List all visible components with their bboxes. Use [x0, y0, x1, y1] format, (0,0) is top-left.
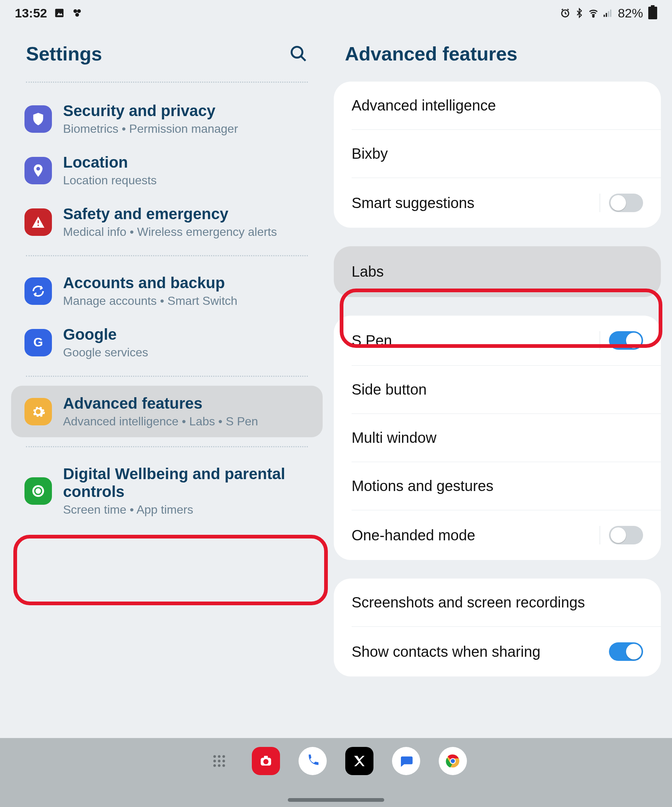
svg-point-15 — [37, 489, 40, 493]
navigation-bar — [0, 738, 672, 807]
row-title: Safety and emergency — [63, 205, 277, 223]
row-show-contacts[interactable]: Show contacts when sharing — [352, 626, 661, 676]
row-subtitle: Medical info • Wireless emergency alerts — [63, 225, 277, 239]
toggle-spen[interactable] — [609, 331, 643, 350]
row-subtitle: Screen time • App timers — [63, 503, 309, 516]
card-sharing: Screenshots and screen recordings Show c… — [334, 579, 661, 676]
wifi-icon — [588, 8, 599, 18]
status-time: 13:52 — [15, 6, 47, 20]
svg-rect-8 — [606, 13, 607, 17]
svg-point-23 — [218, 764, 221, 767]
bluetooth-icon — [574, 8, 584, 18]
alert-icon — [25, 208, 52, 236]
svg-point-21 — [222, 760, 225, 762]
wellbeing-icon — [25, 477, 52, 505]
detail-title: Advanced features — [345, 43, 517, 65]
row-side-button[interactable]: Side button — [352, 365, 661, 413]
google-icon: G — [25, 329, 52, 356]
battery-icon — [648, 7, 657, 19]
svg-point-19 — [213, 760, 216, 762]
sidebar-item-advanced-features[interactable]: Advanced features Advanced intelligence … — [11, 386, 323, 437]
settings-list-pane: Settings Security and privacy Biometrics… — [0, 26, 334, 738]
svg-point-26 — [263, 759, 269, 764]
messages-app-icon[interactable] — [392, 747, 420, 775]
phone-app-icon[interactable] — [299, 747, 327, 775]
row-one-handed[interactable]: One-handed mode — [352, 510, 661, 560]
sidebar-item-google[interactable]: G Google Google services — [11, 317, 323, 368]
camera-app-icon[interactable] — [252, 747, 280, 775]
x-app-icon[interactable] — [345, 747, 373, 775]
svg-point-24 — [222, 764, 225, 767]
row-subtitle: Biometrics • Permission manager — [63, 122, 238, 136]
row-spen[interactable]: S Pen — [334, 315, 661, 365]
row-bixby[interactable]: Bixby — [352, 130, 661, 178]
svg-rect-0 — [55, 9, 64, 17]
svg-text:G: G — [33, 335, 43, 349]
svg-rect-7 — [603, 15, 605, 17]
search-icon[interactable] — [289, 45, 308, 63]
row-title: Google — [63, 325, 148, 344]
card-labs[interactable]: Labs — [334, 246, 661, 297]
row-subtitle: Advanced intelligence • Labs • S Pen — [63, 415, 258, 428]
status-bar: 13:52 82% — [0, 0, 672, 26]
toggle-one-handed[interactable] — [609, 526, 643, 545]
alarm-icon — [560, 8, 571, 18]
row-title: Digital Wellbeing and parental controls — [63, 465, 309, 501]
svg-rect-27 — [264, 756, 268, 759]
pin-icon — [25, 157, 52, 184]
battery-percent: 82% — [618, 6, 643, 20]
svg-point-4 — [75, 13, 79, 17]
sidebar-item-accounts-backup[interactable]: Accounts and backup Manage accounts • Sm… — [11, 265, 323, 317]
svg-rect-10 — [610, 10, 612, 17]
dots-icon — [71, 7, 83, 18]
card-intelligence: Advanced intelligence Bixby Smart sugges… — [334, 81, 661, 228]
row-subtitle: Manage accounts • Smart Switch — [63, 294, 237, 308]
svg-point-18 — [222, 755, 225, 758]
shield-icon — [25, 105, 52, 133]
svg-point-6 — [592, 16, 594, 17]
chrome-app-icon[interactable] — [439, 747, 467, 775]
svg-point-2 — [73, 9, 77, 13]
sidebar-item-digital-wellbeing[interactable]: Digital Wellbeing and parental controls … — [11, 456, 323, 526]
sidebar-item-security-privacy[interactable]: Security and privacy Biometrics • Permis… — [11, 93, 323, 144]
svg-line-12 — [301, 56, 305, 61]
toggle-smart-suggestions[interactable] — [609, 194, 643, 212]
image-icon — [54, 7, 65, 18]
svg-point-22 — [213, 764, 216, 767]
settings-title: Settings — [26, 43, 102, 65]
row-motions-gestures[interactable]: Motions and gestures — [352, 462, 661, 510]
row-subtitle: Location requests — [63, 174, 157, 187]
row-title: Advanced features — [63, 395, 258, 412]
sidebar-item-safety-emergency[interactable]: Safety and emergency Medical info • Wire… — [11, 196, 323, 248]
row-title: Accounts and backup — [63, 274, 237, 292]
svg-point-16 — [213, 755, 216, 758]
row-title: Location — [63, 154, 157, 171]
row-labs-label: Labs — [352, 263, 384, 280]
detail-pane: Advanced features Advanced intelligence … — [334, 26, 672, 738]
row-screenshots[interactable]: Screenshots and screen recordings — [334, 579, 661, 626]
row-multi-window[interactable]: Multi window — [352, 413, 661, 462]
home-indicator[interactable] — [288, 798, 384, 802]
svg-point-3 — [77, 9, 81, 13]
gear-icon — [25, 398, 52, 425]
signal-icon — [602, 8, 613, 18]
svg-point-30 — [451, 759, 455, 763]
svg-point-11 — [292, 47, 302, 58]
row-smart-suggestions[interactable]: Smart suggestions — [352, 178, 661, 228]
toggle-show-contacts[interactable] — [609, 643, 643, 661]
card-interaction: S Pen Side button Multi window Motions a… — [334, 315, 661, 560]
row-advanced-intelligence[interactable]: Advanced intelligence — [334, 81, 661, 130]
svg-point-20 — [218, 760, 221, 762]
sidebar-item-location[interactable]: Location Location requests — [11, 144, 323, 196]
apps-button[interactable] — [205, 747, 233, 775]
row-subtitle: Google services — [63, 345, 148, 359]
row-title: Security and privacy — [63, 102, 238, 120]
svg-point-17 — [218, 755, 221, 758]
svg-rect-9 — [608, 11, 609, 17]
sync-icon — [25, 277, 52, 305]
